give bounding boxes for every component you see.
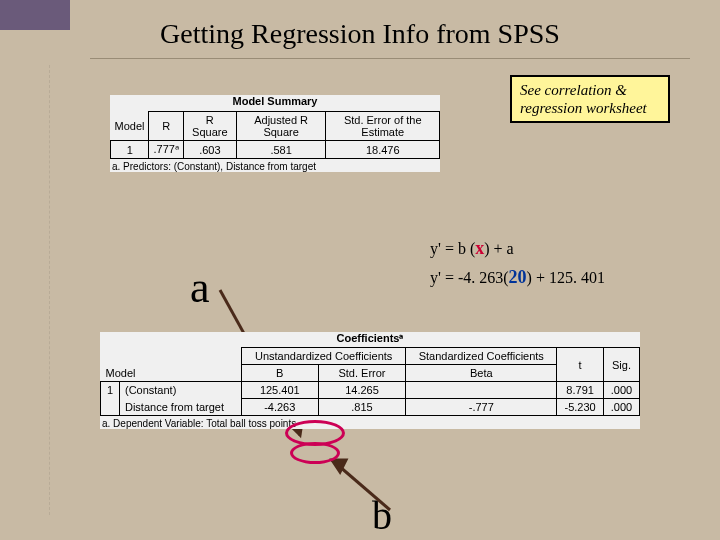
coefficients-title: Coefficientsᵃ bbox=[100, 332, 640, 345]
highlight-oval-slope bbox=[290, 442, 340, 464]
page-title: Getting Regression Info from SPSS bbox=[0, 18, 720, 50]
coefficients-block: Coefficientsᵃ Model Unstandardized Coeff… bbox=[100, 332, 640, 429]
col-adjrsq: Adjusted R Square bbox=[236, 112, 326, 141]
coef-footnote: a. Dependent Variable: Total ball toss p… bbox=[100, 418, 640, 429]
cell-r: .777ᵃ bbox=[149, 141, 183, 159]
eq2-post: ) + 125. 401 bbox=[527, 269, 605, 287]
cell-rsq: .603 bbox=[183, 141, 236, 159]
paper-edge bbox=[0, 65, 50, 515]
cell-adjrsq: .581 bbox=[236, 141, 326, 159]
col-std: Standardized Coefficients bbox=[406, 348, 557, 365]
col-rsq: R Square bbox=[183, 112, 236, 141]
summary-footnote: a. Predictors: (Constant), Distance from… bbox=[110, 161, 440, 172]
r1-t: 8.791 bbox=[557, 382, 604, 399]
col-se: Std. Error bbox=[318, 365, 406, 382]
divider bbox=[90, 58, 690, 59]
r2-t: -5.230 bbox=[557, 399, 604, 416]
r2-model bbox=[101, 399, 120, 416]
cell-model: 1 bbox=[111, 141, 149, 159]
col-model: Model bbox=[111, 112, 149, 141]
col-stderr: Std. Error of the Estimate bbox=[326, 112, 440, 141]
eq2-num: 20 bbox=[509, 267, 527, 287]
coefficients-table: Model Unstandardized Coefficients Standa… bbox=[100, 347, 640, 416]
r1-model: 1 bbox=[101, 382, 120, 399]
col-model2: Model bbox=[101, 348, 242, 382]
eq1-pre: y' = b ( bbox=[430, 240, 475, 258]
r2-name: Distance from target bbox=[119, 399, 241, 416]
r2-sig: .000 bbox=[604, 399, 640, 416]
model-summary-block: Model Summary Model R R Square Adjusted … bbox=[110, 95, 440, 172]
col-beta: Beta bbox=[406, 365, 557, 382]
r1-b: 125.401 bbox=[241, 382, 318, 399]
r2-se: .815 bbox=[318, 399, 406, 416]
cell-stderr: 18.476 bbox=[326, 141, 440, 159]
svg-marker-3 bbox=[332, 460, 346, 472]
r2-b: -4.263 bbox=[241, 399, 318, 416]
r2-beta: -.777 bbox=[406, 399, 557, 416]
eq1-mid: ) + a bbox=[484, 240, 513, 258]
col-unstd: Unstandardized Coefficients bbox=[241, 348, 405, 365]
eq1-x: x bbox=[475, 238, 484, 258]
col-t: t bbox=[557, 348, 604, 382]
model-summary-table: Model R R Square Adjusted R Square Std. … bbox=[110, 111, 440, 159]
equation-block: y' = b (x) + a y' = -4. 263(20) + 125. 4… bbox=[430, 238, 605, 288]
r1-se: 14.265 bbox=[318, 382, 406, 399]
r1-beta bbox=[406, 382, 557, 399]
col-b: B bbox=[241, 365, 318, 382]
r1-name: (Constant) bbox=[119, 382, 241, 399]
equation-filled: y' = -4. 263(20) + 125. 401 bbox=[430, 267, 605, 288]
label-a: a bbox=[190, 262, 210, 313]
col-sig: Sig. bbox=[604, 348, 640, 382]
label-b: b bbox=[372, 492, 392, 539]
eq2-pre: y' = -4. 263( bbox=[430, 269, 509, 287]
model-summary-title: Model Summary bbox=[110, 95, 440, 107]
callout-note: See correlation & regression worksheet bbox=[510, 75, 670, 123]
equation-template: y' = b (x) + a bbox=[430, 238, 605, 259]
r1-sig: .000 bbox=[604, 382, 640, 399]
col-r: R bbox=[149, 112, 183, 141]
